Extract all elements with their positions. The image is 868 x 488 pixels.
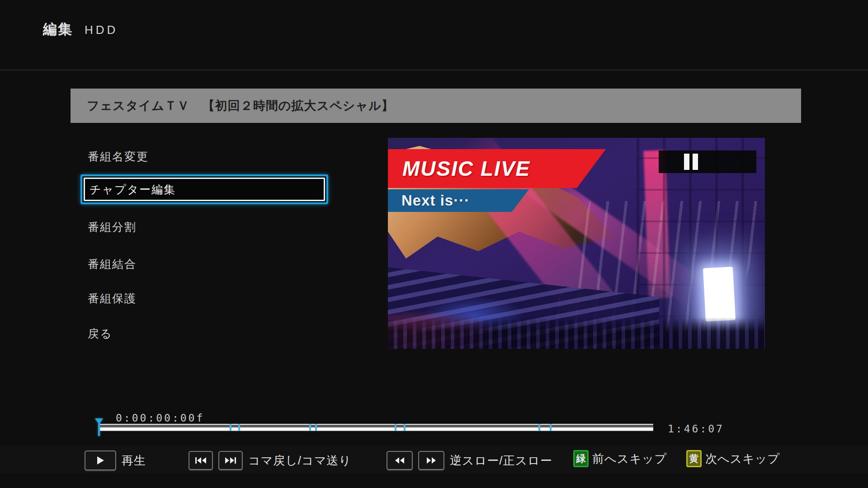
frame-step-control: コマ戻し/コマ送り <box>189 451 351 470</box>
menu-item-back[interactable]: 戻る <box>88 326 113 341</box>
menu-item-combine[interactable]: 番組結合 <box>88 257 137 272</box>
menu-item-rename[interactable]: 番組名変更 <box>88 149 149 164</box>
slow-label: 逆スロー/正スロー <box>450 453 552 469</box>
stage-led-screen <box>703 267 736 321</box>
skip-prev-control: 緑 前へスキップ <box>573 450 667 467</box>
frame-step-label: コマ戻し/コマ送り <box>248 453 351 469</box>
chapter-marker <box>309 424 311 431</box>
storage-label: HDD <box>85 23 118 37</box>
edit-screen: 編集 HDD フェスタイムＴＶ 【初回２時間の拡大スペシャル】 番組名変更 チャ… <box>0 0 868 488</box>
header-divider <box>0 70 868 70</box>
fast-forward-button[interactable] <box>418 451 444 470</box>
chapter-marker <box>538 424 540 431</box>
prev-frame-icon <box>195 457 207 464</box>
playback-status-box <box>659 150 756 173</box>
prev-frame-button[interactable] <box>189 451 213 470</box>
page-title: 編集 <box>43 20 73 39</box>
program-title-bar: フェスタイムＴＶ 【初回２時間の拡大スペシャル】 <box>71 89 801 123</box>
menu-item-protect[interactable]: 番組保護 <box>88 291 137 306</box>
timeline-playhead[interactable] <box>95 418 103 424</box>
play-label: 再生 <box>122 453 146 469</box>
green-key-button[interactable]: 緑 <box>573 450 589 467</box>
broadcast-banner-primary: MUSIC LIVE <box>388 149 606 188</box>
skip-next-label: 次へスキップ <box>705 451 780 467</box>
play-button[interactable] <box>85 450 116 470</box>
screen-header: 編集 HDD <box>43 20 118 39</box>
menu-selected-inner: チャプター編集 <box>84 178 325 201</box>
control-hint-bar: 再生 コマ戻し/コマ送り 逆スロー/正スロー 緑 前へスキップ 黄 <box>0 446 868 474</box>
skip-next-control: 黄 次へスキップ <box>686 450 780 467</box>
rewind-icon <box>394 457 405 464</box>
chapter-marker <box>238 424 240 431</box>
timeline-current-time: 0:00:00:00f <box>116 412 204 424</box>
menu-item-split[interactable]: 番組分割 <box>88 220 137 235</box>
chapter-marker <box>395 424 396 431</box>
slow-control: 逆スロー/正スロー <box>387 451 552 470</box>
chapter-marker <box>550 424 552 431</box>
menu-item-label: チャプター編集 <box>90 182 176 197</box>
banner-primary-text: MUSIC LIVE <box>402 156 530 181</box>
chapter-marker <box>404 424 406 431</box>
menu-item-chapter-edit[interactable]: チャプター編集 <box>80 174 328 204</box>
video-preview[interactable]: MUSIC LIVE Next is··· <box>388 138 765 349</box>
skip-prev-label: 前へスキップ <box>592 451 667 467</box>
program-title: フェスタイムＴＶ 【初回２時間の拡大スペシャル】 <box>87 98 394 114</box>
fast-forward-icon <box>426 457 437 464</box>
broadcast-banner-secondary: Next is··· <box>388 189 529 212</box>
crowd-silhouette <box>388 317 765 349</box>
timeline-total-time: 1:46:07 <box>668 423 724 435</box>
yellow-key-button[interactable]: 黄 <box>686 450 702 467</box>
timeline-seekbar[interactable] <box>99 424 653 431</box>
play-icon <box>96 456 104 465</box>
banner-secondary-text: Next is··· <box>401 192 470 209</box>
pause-icon <box>684 154 698 170</box>
chapter-marker <box>315 424 317 431</box>
chapter-marker <box>230 424 231 431</box>
next-frame-icon <box>225 457 236 464</box>
play-control: 再生 <box>85 450 146 470</box>
rewind-button[interactable] <box>387 451 413 470</box>
next-frame-button[interactable] <box>218 451 243 470</box>
